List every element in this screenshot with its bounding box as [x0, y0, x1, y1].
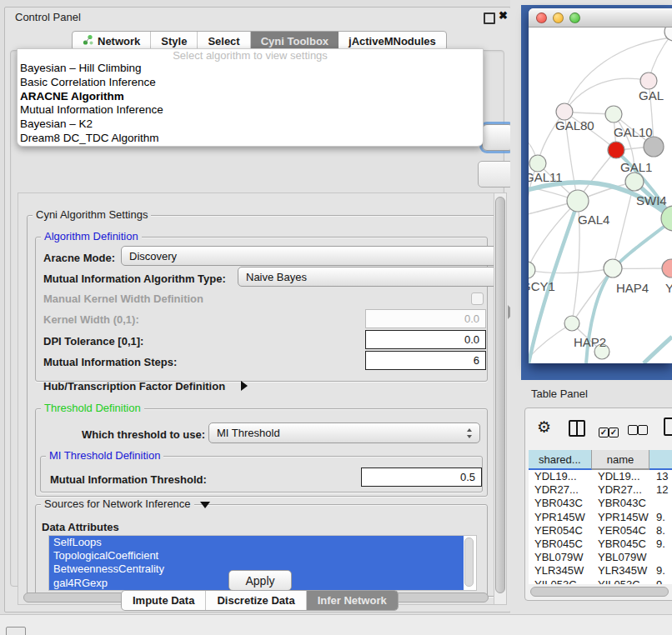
- network-node-gal11[interactable]: [529, 155, 546, 172]
- kernel-width-field[interactable]: 0.0: [365, 309, 486, 328]
- deselect-all-columns-icon[interactable]: [628, 423, 648, 438]
- column-header-name[interactable]: name: [592, 450, 650, 470]
- gear-icon[interactable]: ⚙: [537, 419, 551, 435]
- network-node-y[interactable]: [662, 259, 672, 278]
- network-node-gcy1[interactable]: [529, 262, 535, 278]
- tab-infer-network[interactable]: Infer Network: [307, 591, 398, 610]
- network-node-gal4[interactable]: [567, 190, 589, 212]
- node-label-gcy1: GCY1: [529, 279, 555, 293]
- data-attributes-label: Data Attributes: [42, 521, 119, 533]
- cell: YBR045C: [592, 538, 650, 551]
- tab-label: Network: [98, 35, 140, 48]
- function-builder-icon[interactable]: [664, 418, 672, 436]
- network-window[interactable]: GALGAL80GAL10GAL1GAL11SWI4GAL4GCY1HAP4YH…: [529, 8, 672, 363]
- zoom-window-icon[interactable]: [569, 12, 580, 23]
- table-row[interactable]: YBR043CYBR043C: [529, 497, 672, 510]
- table-row[interactable]: YPR145WYPR145W9.: [529, 511, 672, 524]
- table-panel-title: Table Panel: [531, 388, 588, 400]
- attributes-list-scrollbar[interactable]: [464, 538, 474, 587]
- algorithm-option-aracne-algorithm[interactable]: ARACNE Algorithm: [18, 90, 483, 104]
- tab-style[interactable]: Style: [151, 32, 198, 50]
- bottom-tabbar: Impute DataDiscretize DataInfer Network: [121, 590, 399, 611]
- attribute-topologicalcoefficient[interactable]: TopologicalCoefficient: [49, 549, 464, 562]
- aracne-mode-combobox[interactable]: Discovery: [121, 246, 507, 266]
- float-window-button[interactable]: [484, 12, 495, 24]
- tab-discretize-data[interactable]: Discretize Data: [206, 591, 306, 610]
- network-icon: [83, 34, 93, 48]
- algorithm-option-bayesian-k2[interactable]: Bayesian – K2: [18, 118, 483, 132]
- manual-kernel-checkbox[interactable]: [471, 292, 484, 305]
- cell: YPR145W: [529, 511, 592, 524]
- table-row[interactable]: YDL19...YDL19...13: [529, 470, 672, 483]
- algorithm-option-basic-correlation-inference[interactable]: Basic Correlation Inference: [18, 76, 483, 90]
- split-columns-icon[interactable]: [569, 420, 585, 437]
- select-all-columns-icon[interactable]: ✓✓: [599, 423, 619, 438]
- control-panel-title: Control Panel: [15, 11, 81, 23]
- mi-threshold-title: MI Threshold Definition: [46, 450, 163, 462]
- mi-steps-label: Mutual Information Steps:: [43, 356, 177, 368]
- cell: YER054C: [592, 524, 650, 538]
- tab-impute-data[interactable]: Impute Data: [122, 591, 206, 610]
- network-node[interactable]: [644, 137, 664, 157]
- table-horizontal-scrollbar-thumb[interactable]: [530, 587, 669, 597]
- minimize-window-icon[interactable]: [553, 12, 564, 23]
- network-node-gal10[interactable]: [605, 106, 622, 122]
- minimized-panel-button[interactable]: [6, 627, 26, 635]
- settings-vertical-scrollbar-thumb[interactable]: [495, 197, 505, 593]
- cyni-algorithm-settings-title: Cyni Algorithm Settings: [33, 209, 151, 221]
- network-node-swi4[interactable]: [625, 172, 644, 191]
- sources-title[interactable]: Sources for Network Inference: [41, 498, 194, 510]
- table-row[interactable]: YLR345WYLR345W9.: [529, 564, 672, 578]
- algorithm-option-bayesian-hill-climbing[interactable]: Bayesian – Hill Climbing: [18, 62, 483, 76]
- table-row[interactable]: YBL079WYBL079W: [529, 551, 672, 564]
- which-threshold-combobox[interactable]: MI Threshold: [208, 422, 480, 443]
- network-window-titlebar[interactable]: [529, 8, 672, 28]
- cell: 12: [650, 483, 672, 497]
- algorithm-option-dream8-dc-tdc-algorithm[interactable]: Dream8 DC_TDC Algorithm: [18, 132, 483, 146]
- node-label-gal10: GAL10: [614, 125, 653, 139]
- cell: YBR043C: [592, 497, 650, 510]
- expand-right-icon[interactable]: [241, 381, 248, 391]
- cell: YDL19...: [592, 470, 650, 483]
- cell: YPR145W: [592, 511, 650, 524]
- network-node-hap2[interactable]: [564, 316, 579, 331]
- tab-select[interactable]: Select: [198, 32, 250, 50]
- which-threshold-value: MI Threshold: [217, 427, 280, 439]
- inference-algorithm-combobox-fragment[interactable]: [482, 124, 514, 151]
- table-row[interactable]: YBR045CYBR045C9.: [529, 538, 672, 551]
- column-header-shared[interactable]: shared...: [529, 450, 592, 470]
- table-row[interactable]: YDR27...YDR27...12: [529, 483, 672, 497]
- which-threshold-label: Which threshold to use:: [82, 428, 205, 441]
- mi-steps-field[interactable]: 6: [365, 351, 486, 370]
- network-canvas[interactable]: GALGAL80GAL10GAL1GAL11SWI4GAL4GCY1HAP4YH…: [529, 28, 672, 363]
- settings-scroll-area: Cyni Algorithm Settings Algorithm Defini…: [18, 192, 507, 605]
- network-selector-combobox-fragment[interactable]: [478, 161, 514, 188]
- network-node-gal80[interactable]: [556, 103, 573, 120]
- node-label-gal11: GAL11: [529, 170, 563, 184]
- algorithm-option-mutual-information-inference[interactable]: Mutual Information Inference: [18, 103, 483, 118]
- tab-jactivemnodules[interactable]: jActiveMNodules: [339, 32, 446, 50]
- collapse-down-icon[interactable]: [200, 502, 210, 508]
- table-body: YDL19...YDL19...13YDR27...YDR27...12YBR0…: [529, 470, 672, 584]
- close-panel-button[interactable]: ✖: [499, 9, 508, 22]
- column-header-clipped[interactable]: [649, 450, 672, 470]
- attribute-selfloops[interactable]: SelfLoops: [49, 536, 464, 549]
- hub-section-label[interactable]: Hub/Transcription Factor Definition: [43, 380, 225, 392]
- table-row[interactable]: YER054CYER054C8.: [529, 524, 672, 538]
- node-label-hap2: HAP2: [574, 335, 606, 349]
- tab-label: Select: [208, 35, 239, 48]
- table-row[interactable]: YIL053CYIL053C9: [529, 578, 672, 585]
- dpi-tolerance-field[interactable]: 0.0: [365, 330, 486, 349]
- network-node-hap4[interactable]: [604, 259, 622, 278]
- mi-type-label: Mutual Information Algorithm Type:: [43, 272, 226, 285]
- mi-threshold-field[interactable]: 0.5: [361, 468, 482, 487]
- cell: YIL053C: [592, 578, 650, 585]
- network-node-gal[interactable]: [640, 72, 657, 89]
- close-window-icon[interactable]: [536, 12, 547, 23]
- cell: [650, 551, 672, 564]
- apply-button[interactable]: Apply: [228, 570, 292, 591]
- tab-network[interactable]: Network: [73, 32, 151, 50]
- network-node-gal1[interactable]: [608, 142, 624, 158]
- tab-cyni-toolbox[interactable]: Cyni Toolbox: [251, 32, 339, 50]
- mi-type-combobox[interactable]: Naive Bayes: [238, 267, 507, 287]
